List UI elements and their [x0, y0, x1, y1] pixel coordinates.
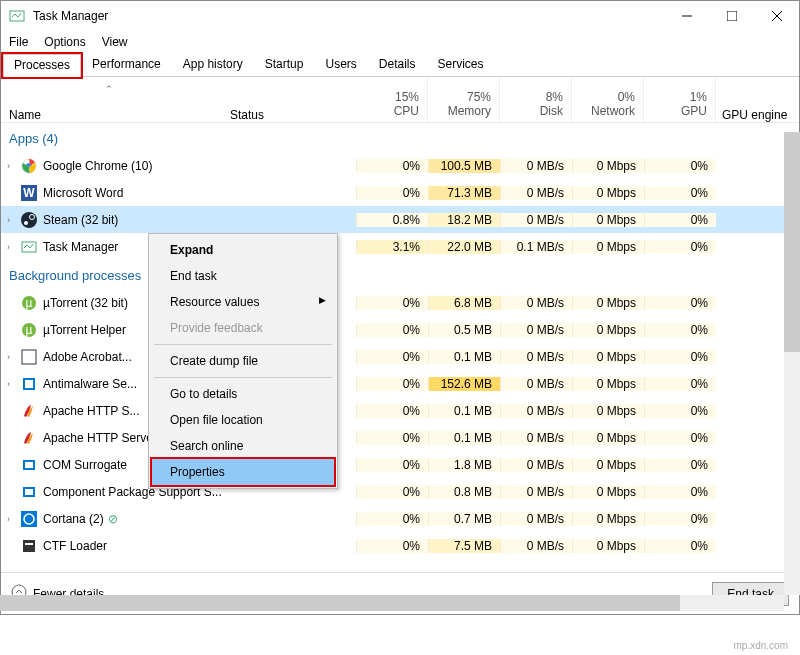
- disk-cell: 0.1 MB/s: [500, 240, 572, 254]
- cpu-cell: 0%: [356, 485, 428, 499]
- network-cell: 0 Mbps: [572, 350, 644, 364]
- disk-cell: 0 MB/s: [500, 485, 572, 499]
- vertical-scrollbar[interactable]: [784, 132, 800, 595]
- close-button[interactable]: [754, 1, 799, 31]
- ctx-properties[interactable]: Properties: [152, 459, 334, 485]
- ctx-create-dump[interactable]: Create dump file: [152, 348, 334, 374]
- memory-cell: 0.5 MB: [428, 323, 500, 337]
- gpu-cell: 0%: [644, 431, 716, 445]
- table-row[interactable]: › Steam (32 bit) 0.8% 18.2 MB 0 MB/s 0 M…: [1, 206, 799, 233]
- memory-cell: 71.3 MB: [428, 186, 500, 200]
- expand-icon[interactable]: ›: [7, 514, 21, 524]
- gpu-cell: 0%: [644, 404, 716, 418]
- process-name: Cortana (2): [43, 512, 104, 526]
- ctx-expand[interactable]: Expand: [152, 237, 334, 263]
- app-icon: [9, 8, 25, 24]
- cpu-cell: 0%: [356, 431, 428, 445]
- scroll-thumb[interactable]: [784, 132, 800, 352]
- gpu-cell: 0%: [644, 213, 716, 227]
- tab-processes[interactable]: Processes: [3, 54, 81, 77]
- col-cpu[interactable]: 15%CPU: [356, 77, 428, 122]
- cpu-cell: 0%: [356, 323, 428, 337]
- maximize-button[interactable]: [709, 1, 754, 31]
- col-network[interactable]: 0%Network: [572, 77, 644, 122]
- disk-cell: 0 MB/s: [500, 431, 572, 445]
- ctx-end-task[interactable]: End task: [152, 263, 334, 289]
- col-name[interactable]: Name: [1, 77, 226, 122]
- process-name-cell: › Steam (32 bit): [1, 212, 226, 228]
- disk-cell: 0 MB/s: [500, 539, 572, 553]
- amw-icon: [21, 376, 37, 392]
- disk-cell: 0 MB/s: [500, 512, 572, 526]
- menu-view[interactable]: View: [102, 35, 128, 49]
- table-row[interactable]: Apache HTTP Server 0% 0.1 MB 0 MB/s 0 Mb…: [1, 424, 799, 451]
- col-gpu-engine[interactable]: GPU engine: [716, 77, 799, 122]
- tab-performance[interactable]: Performance: [81, 53, 172, 76]
- table-row[interactable]: CTF Loader 0% 7.5 MB 0 MB/s 0 Mbps 0%: [1, 532, 799, 559]
- tab-users[interactable]: Users: [314, 53, 367, 76]
- table-row[interactable]: W Microsoft Word 0% 71.3 MB 0 MB/s 0 Mbp…: [1, 179, 799, 206]
- tabstrip: Processes Performance App history Startu…: [1, 53, 799, 77]
- memory-cell: 22.0 MB: [428, 240, 500, 254]
- table-row[interactable]: › Google Chrome (10) 0% 100.5 MB 0 MB/s …: [1, 152, 799, 179]
- menu-file[interactable]: File: [9, 35, 28, 49]
- svg-rect-19: [25, 380, 33, 388]
- col-disk[interactable]: 8%Disk: [500, 77, 572, 122]
- process-name: Task Manager: [43, 240, 118, 254]
- table-row[interactable]: › Task Manager 3.1% 22.0 MB 0.1 MB/s 0 M…: [1, 233, 799, 260]
- disk-cell: 0 MB/s: [500, 458, 572, 472]
- expand-icon[interactable]: ›: [7, 379, 21, 389]
- minimize-button[interactable]: [664, 1, 709, 31]
- disk-cell: 0 MB/s: [500, 296, 572, 310]
- menu-options[interactable]: Options: [44, 35, 85, 49]
- svg-rect-23: [25, 489, 33, 495]
- memory-cell: 0.8 MB: [428, 485, 500, 499]
- memory-cell: 0.1 MB: [428, 350, 500, 364]
- utor-icon: µ: [21, 295, 37, 311]
- network-cell: 0 Mbps: [572, 159, 644, 173]
- gpu-cell: 0%: [644, 159, 716, 173]
- col-status[interactable]: Status: [226, 77, 356, 122]
- table-row[interactable]: COM Surrogate 0% 1.8 MB 0 MB/s 0 Mbps 0%: [1, 451, 799, 478]
- gpu-cell: 0%: [644, 296, 716, 310]
- ctx-go-to-details[interactable]: Go to details: [152, 381, 334, 407]
- col-memory[interactable]: 75%Memory: [428, 77, 500, 122]
- disk-cell: 0 MB/s: [500, 213, 572, 227]
- chrome-icon: [21, 158, 37, 174]
- process-name: CTF Loader: [43, 539, 107, 553]
- svg-text:W: W: [23, 186, 35, 200]
- ctx-open-location[interactable]: Open file location: [152, 407, 334, 433]
- disk-cell: 0 MB/s: [500, 404, 572, 418]
- expand-icon[interactable]: ›: [7, 352, 21, 362]
- svg-point-11: [24, 221, 28, 225]
- table-row[interactable]: µ µTorrent (32 bit) 0% 6.8 MB 0 MB/s 0 M…: [1, 289, 799, 316]
- scroll-thumb[interactable]: [0, 595, 680, 611]
- memory-cell: 6.8 MB: [428, 296, 500, 310]
- expand-icon[interactable]: ›: [7, 242, 21, 252]
- gpu-cell: 0%: [644, 377, 716, 391]
- table-row[interactable]: › Adobe Acrobat... 0% 0.1 MB 0 MB/s 0 Mb…: [1, 343, 799, 370]
- tab-details[interactable]: Details: [368, 53, 427, 76]
- ctx-search-online[interactable]: Search online: [152, 433, 334, 459]
- process-name: Google Chrome (10): [43, 159, 152, 173]
- svg-text:µ: µ: [26, 296, 33, 310]
- table-row[interactable]: µ µTorrent Helper 0% 0.5 MB 0 MB/s 0 Mbp…: [1, 316, 799, 343]
- disk-cell: 0 MB/s: [500, 377, 572, 391]
- network-cell: 0 Mbps: [572, 296, 644, 310]
- tab-app-history[interactable]: App history: [172, 53, 254, 76]
- tab-startup[interactable]: Startup: [254, 53, 315, 76]
- table-row[interactable]: Apache HTTP S... 0% 0.1 MB 0 MB/s 0 Mbps…: [1, 397, 799, 424]
- column-headers: Name Status 15%CPU 75%Memory 8%Disk 0%Ne…: [1, 77, 799, 123]
- process-name-cell: › Google Chrome (10): [1, 158, 226, 174]
- table-row[interactable]: Component Package Support S... 0% 0.8 MB…: [1, 478, 799, 505]
- horizontal-scrollbar[interactable]: [0, 595, 784, 611]
- cpu-cell: 0%: [356, 350, 428, 364]
- expand-icon[interactable]: ›: [7, 161, 21, 171]
- table-row[interactable]: › Cortana (2)⊘ 0% 0.7 MB 0 MB/s 0 Mbps 0…: [1, 505, 799, 532]
- expand-icon[interactable]: ›: [7, 215, 21, 225]
- ctx-resource-values[interactable]: Resource values▶: [152, 289, 334, 315]
- col-gpu[interactable]: 1%GPU: [644, 77, 716, 122]
- com-icon: [21, 457, 37, 473]
- tab-services[interactable]: Services: [427, 53, 495, 76]
- table-row[interactable]: › Antimalware Se... 0% 152.6 MB 0 MB/s 0…: [1, 370, 799, 397]
